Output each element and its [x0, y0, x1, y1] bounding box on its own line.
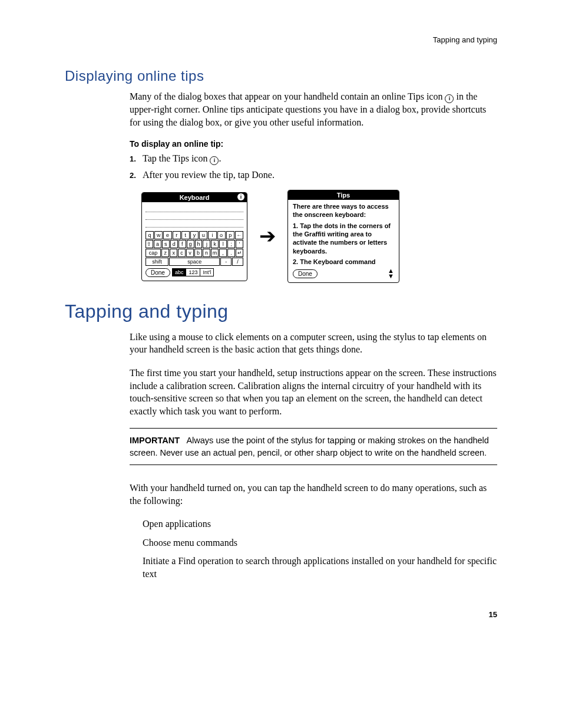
page: Tapping and typing Displaying online tip…: [0, 0, 562, 654]
keyboard-title-bar: Keyboard i: [142, 193, 247, 202]
tips-dialog: Tips There are three ways to access the …: [287, 190, 399, 283]
tips-done-button[interactable]: Done: [293, 269, 318, 278]
key-m[interactable]: m: [211, 249, 219, 257]
key-n[interactable]: n: [203, 249, 210, 257]
kbd-row-1: q w e r t y u i o p ←: [146, 231, 243, 239]
step-1-text: Tap the Tips icon i.: [143, 153, 221, 165]
running-head: Tapping and typing: [65, 35, 497, 44]
procedure-subhead: To display an online tip:: [130, 139, 497, 149]
key-space[interactable]: space: [169, 258, 220, 266]
key-x[interactable]: x: [170, 249, 177, 257]
section2-p3: With your handheld turned on, you can ta…: [130, 482, 497, 507]
key-r[interactable]: r: [173, 231, 181, 239]
key-h[interactable]: h: [195, 240, 203, 248]
key-t[interactable]: t: [181, 231, 190, 239]
keyboard-dialog: Keyboard i q w e r t y u i: [141, 192, 247, 281]
tips-title: Tips: [337, 192, 350, 199]
step-1-b: .: [219, 153, 221, 163]
key-y[interactable]: y: [190, 231, 199, 239]
step-1-a: Tap the Tips icon: [143, 153, 210, 163]
tips-bottom-bar: Done ▲▼: [293, 268, 394, 279]
text-line-3: [146, 220, 243, 228]
key-k[interactable]: k: [211, 240, 219, 248]
key-j[interactable]: j: [203, 240, 210, 248]
kbd-row-2: ⇧ a s d f g h j k l ; ': [146, 240, 243, 248]
operation-1: Open applications: [143, 518, 497, 531]
key-slash[interactable]: /: [232, 258, 243, 266]
scroll-arrows-icon[interactable]: ▲▼: [388, 268, 394, 279]
text-line-2: [146, 212, 243, 220]
key-a[interactable]: a: [154, 240, 161, 248]
key-u[interactable]: u: [199, 231, 207, 239]
tab-intl[interactable]: Int'l: [200, 268, 214, 276]
heading-displaying-online-tips: Displaying online tips: [65, 68, 497, 84]
section2-p2: The first time you start your handheld, …: [130, 367, 497, 417]
key-cap[interactable]: cap: [146, 249, 161, 257]
onscreen-keyboard: q w e r t y u i o p ← ⇧ a: [146, 231, 243, 266]
step-number-2: 2.: [130, 170, 143, 180]
key-shift-indicator[interactable]: ⇧: [146, 240, 153, 248]
section1-body: Many of the dialog boxes that appear on …: [130, 90, 497, 283]
key-p[interactable]: p: [226, 231, 234, 239]
info-icon[interactable]: i: [237, 193, 244, 200]
tab-123[interactable]: 123: [186, 268, 200, 276]
intro-text-a: Many of the dialog boxes that appear on …: [130, 91, 442, 101]
operation-2: Choose menu commands: [143, 536, 497, 549]
tips-title-bar: Tips: [288, 190, 399, 200]
key-v[interactable]: v: [186, 249, 194, 257]
key-c[interactable]: c: [178, 249, 186, 257]
key-dash[interactable]: -: [220, 258, 232, 266]
keyboard-bottom-bar: Done abc 123 Int'l: [146, 268, 243, 277]
tab-abc[interactable]: abc: [172, 268, 187, 276]
important-label: IMPORTANT: [130, 436, 180, 445]
key-f[interactable]: f: [178, 240, 186, 248]
tips-icon-inline: i: [210, 156, 219, 165]
tips-paragraph-3: 2. The Keyboard command: [293, 258, 394, 266]
kbd-row-3: cap z x c v b n m , . ↵: [146, 249, 243, 257]
key-shift[interactable]: shift: [146, 258, 168, 266]
key-s[interactable]: s: [162, 240, 170, 248]
arrow-icon: ➔: [259, 226, 276, 246]
important-callout: IMPORTANT Always use the point of the st…: [130, 428, 497, 465]
key-comma[interactable]: ,: [219, 249, 227, 257]
step-2: 2. After you review the tip, tap Done.: [130, 170, 497, 180]
keyboard-title: Keyboard: [180, 194, 210, 201]
key-i[interactable]: i: [208, 231, 216, 239]
important-text: Always use the point of the stylus for t…: [130, 436, 489, 457]
key-apostrophe[interactable]: ': [236, 240, 243, 248]
key-q[interactable]: q: [146, 231, 154, 239]
key-return[interactable]: ↵: [236, 249, 243, 257]
section2-p1: Like using a mouse to click elements on …: [130, 331, 497, 356]
step-number-1: 1.: [130, 153, 143, 165]
key-backspace[interactable]: ←: [235, 231, 243, 239]
key-z[interactable]: z: [161, 249, 169, 257]
step-2-text: After you review the tip, tap Done.: [143, 170, 275, 180]
tips-icon: i: [445, 94, 454, 103]
procedure-steps: 1. Tap the Tips icon i. 2. After you rev…: [130, 153, 497, 180]
keyboard-done-button[interactable]: Done: [146, 268, 170, 277]
operations-list: Open applications Choose menu commands I…: [143, 518, 497, 580]
page-number: 15: [65, 610, 497, 619]
tips-paragraph-2: 1. Tap the dots in the corners of the Gr…: [293, 222, 394, 255]
kbd-row-4: shift space - /: [146, 258, 243, 266]
intro-paragraph: Many of the dialog boxes that appear on …: [130, 90, 497, 129]
key-e[interactable]: e: [163, 231, 171, 239]
heading-tapping-and-typing: Tapping and typing: [65, 301, 497, 322]
key-g[interactable]: g: [187, 240, 194, 248]
key-d[interactable]: d: [170, 240, 178, 248]
step-1: 1. Tap the Tips icon i.: [130, 153, 497, 165]
key-b[interactable]: b: [194, 249, 202, 257]
keyboard-mode-tabs: abc 123 Int'l: [173, 268, 214, 276]
figure-row: Keyboard i q w e r t y u i: [141, 190, 497, 283]
key-o[interactable]: o: [217, 231, 226, 239]
operation-3: Initiate a Find operation to search thro…: [143, 555, 497, 580]
text-line-1: [146, 205, 243, 212]
key-l[interactable]: l: [219, 240, 227, 248]
key-semicolon[interactable]: ;: [227, 240, 235, 248]
section2-body: Like using a mouse to click elements on …: [130, 331, 497, 581]
tips-paragraph-1: There are three ways to access the onscr…: [293, 202, 394, 219]
key-w[interactable]: w: [154, 231, 163, 239]
key-period[interactable]: .: [227, 249, 235, 257]
